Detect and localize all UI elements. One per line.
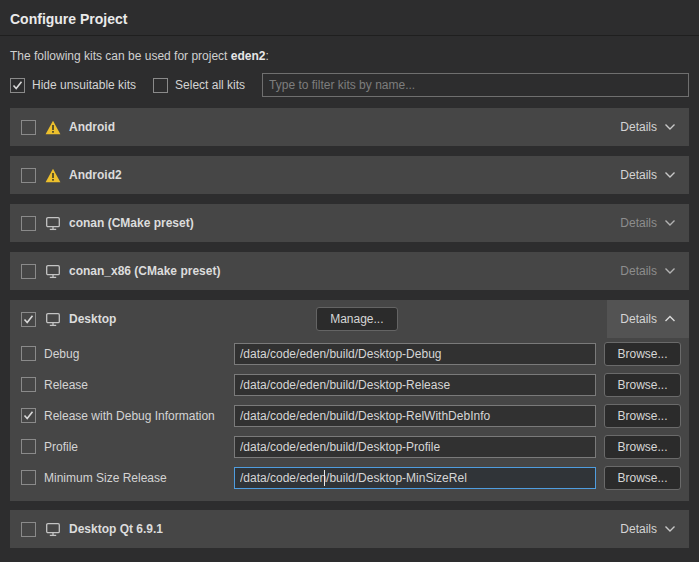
project-name: eden2 (231, 49, 266, 63)
select-all-kits-option[interactable]: Select all kits (153, 78, 245, 93)
build-dir-input[interactable] (234, 436, 596, 458)
chevron-down-icon (664, 123, 676, 131)
browse-button[interactable]: Browse... (604, 435, 681, 459)
kit-name: conan_x86 (CMake preset) (69, 264, 220, 278)
details-label: Details (620, 312, 657, 326)
build-dir-input-focused[interactable] (234, 467, 596, 489)
kit-name: Android2 (69, 168, 122, 182)
kit-row-android[interactable]: Android Details (10, 108, 689, 146)
page-header: Configure Project (0, 0, 699, 36)
build-dir-field-wrap (234, 436, 596, 458)
details-label: Details (620, 264, 657, 278)
build-config-row-debug: Debug Browse... (10, 338, 689, 369)
hide-unsuitable-kits-label: Hide unsuitable kits (32, 78, 136, 92)
details-label: Details (620, 168, 657, 182)
build-config-label: Release (44, 378, 234, 392)
kit-name: Desktop (69, 312, 116, 326)
page-title: Configure Project (10, 11, 689, 27)
browse-button[interactable]: Browse... (604, 342, 681, 366)
browse-button[interactable]: Browse... (604, 466, 681, 490)
monitor-icon (45, 216, 61, 231)
build-dir-input[interactable] (234, 343, 596, 365)
details-button[interactable]: Details (607, 510, 689, 548)
kit-row-conan-x86[interactable]: conan_x86 (CMake preset) Details (10, 252, 689, 290)
monitor-icon (45, 522, 61, 537)
kit-checkbox[interactable] (21, 120, 36, 135)
check-icon (23, 314, 34, 325)
details-label: Details (620, 120, 657, 134)
chevron-down-icon (664, 525, 676, 533)
build-dir-input[interactable] (234, 374, 596, 396)
filter-bar: Hide unsuitable kits Select all kits (10, 73, 689, 97)
kit-name: Desktop Qt 6.9.1 (69, 522, 163, 536)
build-dir-field-wrap (234, 343, 596, 365)
chevron-down-icon (664, 267, 676, 275)
details-button[interactable]: Details (607, 300, 689, 338)
details-button[interactable]: Details (607, 108, 689, 146)
select-all-kits-checkbox[interactable] (153, 78, 168, 93)
kit-name: conan (CMake preset) (69, 216, 194, 230)
details-button[interactable]: Details (607, 204, 689, 242)
build-dir-field-wrap (234, 467, 596, 489)
kit-row-android2[interactable]: Android2 Details (10, 156, 689, 194)
warning-icon (45, 168, 61, 183)
build-config-row-release: Release Browse... (10, 369, 689, 400)
check-icon (23, 410, 34, 421)
kit-row-desktop[interactable]: Desktop Manage... Details (10, 300, 689, 338)
kit-name: Android (69, 120, 115, 134)
kit-filter-input[interactable] (262, 73, 689, 97)
monitor-icon (45, 312, 61, 327)
details-button[interactable]: Details (607, 156, 689, 194)
build-config-row-relwithdebinfo: Release with Debug Information Browse... (10, 400, 689, 431)
build-dir-field-wrap (234, 374, 596, 396)
kit-checkbox[interactable] (21, 168, 36, 183)
build-config-label: Profile (44, 440, 234, 454)
build-dir-input[interactable] (234, 405, 596, 427)
build-dir-field-wrap (234, 405, 596, 427)
build-config-row-profile: Profile Browse... (10, 431, 689, 462)
manage-button[interactable]: Manage... (316, 307, 397, 331)
kit-checkbox[interactable] (21, 264, 36, 279)
chevron-up-icon (664, 315, 676, 323)
hide-unsuitable-kits-checkbox[interactable] (10, 78, 25, 93)
build-config-checkbox[interactable] (21, 346, 36, 361)
intro-text: The following kits can be used for proje… (10, 49, 689, 63)
intro-prefix: The following kits can be used for proje… (10, 49, 231, 63)
details-label: Details (620, 216, 657, 230)
kit-checkbox[interactable] (21, 216, 36, 231)
kit-checkbox[interactable] (21, 312, 36, 327)
kit-row-conan[interactable]: conan (CMake preset) Details (10, 204, 689, 242)
kit-list: Android Details Android2 Details (10, 108, 689, 548)
details-button[interactable]: Details (607, 252, 689, 290)
warning-icon (45, 120, 61, 135)
browse-button[interactable]: Browse... (604, 404, 681, 428)
build-config-checkbox[interactable] (21, 377, 36, 392)
hide-unsuitable-kits-option[interactable]: Hide unsuitable kits (10, 78, 136, 93)
monitor-icon (45, 264, 61, 279)
build-config-checkbox[interactable] (21, 470, 36, 485)
kit-checkbox[interactable] (21, 522, 36, 537)
build-config-row-minsizerel: Minimum Size Release Browse... (10, 462, 689, 493)
build-config-checkbox[interactable] (21, 439, 36, 454)
build-config-label: Minimum Size Release (44, 471, 234, 485)
chevron-down-icon (664, 171, 676, 179)
details-label: Details (620, 522, 657, 536)
text-cursor (324, 470, 325, 486)
build-config-checkbox[interactable] (21, 408, 36, 423)
select-all-kits-label: Select all kits (175, 78, 245, 92)
kit-row-desktop-qt[interactable]: Desktop Qt 6.9.1 Details (10, 510, 689, 548)
build-config-label: Release with Debug Information (44, 409, 234, 423)
kit-panel-desktop: Desktop Manage... Details Debug Browse..… (10, 300, 689, 501)
intro-suffix: : (265, 49, 268, 63)
chevron-down-icon (664, 219, 676, 227)
check-icon (12, 80, 23, 91)
browse-button[interactable]: Browse... (604, 373, 681, 397)
build-config-label: Debug (44, 347, 234, 361)
